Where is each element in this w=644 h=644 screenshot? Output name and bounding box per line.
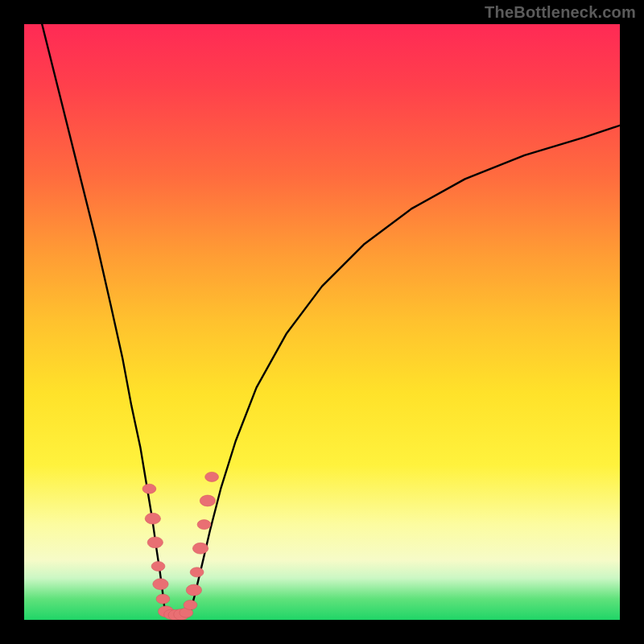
data-marker — [200, 495, 215, 506]
plot-area — [24, 24, 620, 620]
data-marker — [192, 543, 208, 554]
curve-group — [42, 24, 620, 617]
data-marker — [205, 472, 219, 481]
data-marker — [142, 484, 156, 493]
chart-svg — [24, 24, 620, 620]
data-marker — [145, 513, 160, 524]
data-marker — [190, 568, 204, 577]
chart-frame: TheBottleneck.com — [0, 0, 644, 644]
marker-group — [142, 472, 219, 620]
data-marker — [147, 537, 163, 548]
data-marker — [184, 601, 197, 610]
data-marker — [153, 579, 168, 590]
watermark-text: TheBottleneck.com — [485, 3, 636, 22]
data-marker — [197, 520, 211, 530]
data-marker — [186, 584, 201, 596]
data-marker — [156, 594, 170, 604]
bottleneck-curve — [42, 24, 620, 617]
data-marker — [151, 561, 165, 571]
